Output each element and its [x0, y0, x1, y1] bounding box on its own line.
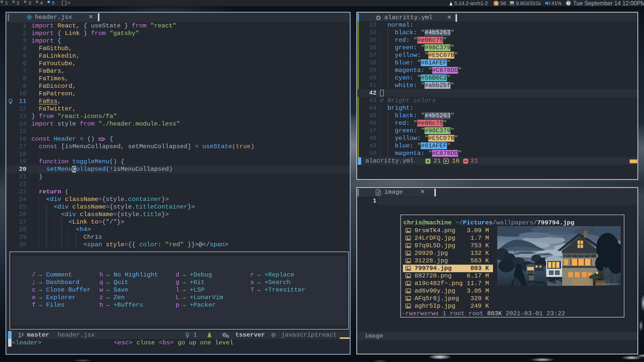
svg-text:www.DesktopBackground.org: www.DesktopBackground.org: [596, 283, 621, 285]
